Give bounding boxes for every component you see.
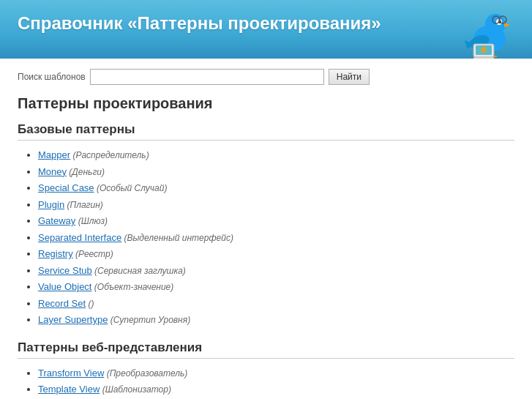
page-title: Паттерны проектирования [18, 95, 514, 112]
list-item: Separated Interface (Выделенный интерфей… [38, 231, 514, 245]
header: Справочник «Паттерны проектирования» [0, 0, 532, 59]
pattern-desc: (Шлюз) [75, 216, 108, 226]
content-area: Поиск шаблонов Найти Паттерны проектиров… [0, 59, 532, 399]
pattern-desc: (Распределитель) [70, 150, 149, 160]
pattern-link[interactable]: Separated Interface [38, 232, 121, 243]
list-item: Mapper (Распределитель) [38, 148, 514, 163]
pattern-link[interactable]: Transform View [38, 368, 104, 379]
search-label: Поиск шаблонов [18, 72, 86, 82]
svg-marker-2 [504, 23, 510, 27]
pattern-desc: (Объект-значение) [91, 282, 173, 292]
list-item: Special Case (Особый Случай) [38, 181, 514, 195]
pattern-desc: (Сервисная заглушка) [92, 266, 186, 276]
list-item: Service Stub (Сервисная заглушка) [38, 264, 514, 278]
section-title-base: Базовые паттерны [18, 122, 514, 141]
pattern-link[interactable]: Service Stub [38, 265, 92, 276]
svg-rect-15 [473, 57, 494, 59]
section-title-web: Паттерны веб-представления [18, 340, 514, 359]
pattern-link[interactable]: Money [38, 166, 67, 177]
list-item: Layer Supertype (Супертип Уровня) [38, 313, 514, 327]
pattern-link[interactable]: Gateway [38, 215, 75, 226]
pattern-desc: (Реестр) [73, 249, 113, 259]
pattern-link[interactable]: Layer Supertype [38, 314, 108, 325]
pattern-desc: (Деньги) [67, 167, 105, 177]
pattern-desc: () [86, 299, 94, 309]
pattern-desc: (Плагин) [64, 200, 103, 210]
pattern-link[interactable]: Plugin [38, 199, 64, 210]
pattern-desc: (Супертип Уровня) [108, 315, 190, 325]
list-item: Transform View (Преобразователь) [38, 366, 514, 381]
svg-point-1 [485, 14, 506, 34]
twitter-bird-icon [452, 4, 517, 59]
list-item: Gateway (Шлюз) [38, 214, 514, 228]
search-bar: Поиск шаблонов Найти [18, 69, 514, 85]
header-title: Справочник «Паттерны проектирования» [18, 13, 381, 33]
search-input[interactable] [90, 69, 324, 85]
pattern-link[interactable]: Registry [38, 248, 73, 259]
pattern-desc: (Шаблонизатор) [100, 384, 171, 395]
pattern-link[interactable]: Record Set [38, 298, 86, 309]
pattern-link[interactable]: Special Case [38, 182, 94, 193]
search-button[interactable]: Найти [329, 69, 370, 85]
section-web: Паттерны веб-представленияTransform View… [18, 340, 514, 400]
pattern-link[interactable]: Mapper [38, 149, 70, 160]
list-item: Template View (Шаблонизатор) [38, 382, 514, 397]
pattern-desc: (Преобразователь) [104, 368, 187, 379]
pattern-desc: (Особый Случай) [94, 183, 168, 193]
sections-container: Базовые паттерныMapper (Распределитель)M… [18, 122, 514, 399]
pattern-list-web: Transform View (Преобразователь)Template… [38, 366, 514, 400]
svg-point-17 [481, 47, 487, 53]
list-item: Plugin (Плагин) [38, 198, 514, 212]
section-base: Базовые паттерныMapper (Распределитель)M… [18, 122, 514, 327]
pattern-link[interactable]: Value Object [38, 281, 91, 292]
list-item: Value Object (Объект-значение) [38, 280, 514, 294]
pattern-desc: (Выделенный интерфейс) [121, 233, 233, 243]
list-item: Record Set () [38, 297, 514, 311]
list-item: Registry (Реестр) [38, 247, 514, 261]
list-item: Money (Деньги) [38, 165, 514, 179]
pattern-list-base: Mapper (Распределитель)Money (Деньги)Spe… [38, 148, 514, 327]
pattern-link[interactable]: Template View [38, 384, 100, 395]
